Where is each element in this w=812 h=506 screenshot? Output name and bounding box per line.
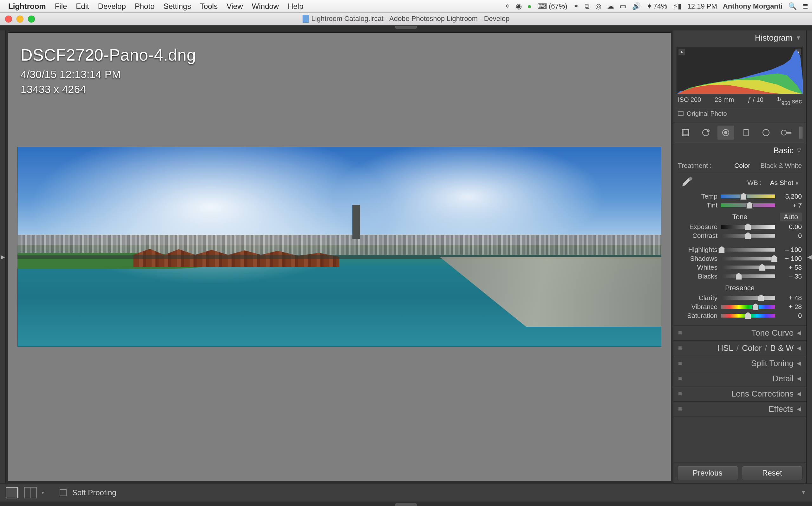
menu-tools[interactable]: Tools <box>200 2 217 11</box>
highlights-slider[interactable] <box>721 248 775 252</box>
status-dot-icon[interactable]: ● <box>528 2 532 10</box>
spot-removal-tool-button[interactable] <box>698 125 714 140</box>
minimize-window-button[interactable] <box>16 15 23 22</box>
menu-edit[interactable]: Edit <box>76 2 89 11</box>
battery-icon[interactable]: ⚡︎▮ <box>673 2 682 10</box>
adjustment-brush-tool-button[interactable] <box>778 125 795 140</box>
highlights-value[interactable]: – 100 <box>779 246 802 253</box>
whites-value[interactable]: + 53 <box>779 264 802 271</box>
reset-button[interactable]: Reset <box>742 466 803 480</box>
cloud-icon[interactable]: ☁︎ <box>607 2 614 10</box>
volume-icon[interactable]: 🔊 <box>632 2 641 10</box>
split-toning-panel-header[interactable]: Split Toning◀ <box>673 356 806 371</box>
treatment-label: Treatment : <box>678 162 712 169</box>
vibrance-slider[interactable] <box>721 305 775 309</box>
tint-slider[interactable] <box>721 203 775 207</box>
white-balance-eyedropper-button[interactable] <box>678 175 694 190</box>
mac-menu-bar[interactable]: Lightroom File Edit Develop Photo Settin… <box>0 0 812 13</box>
menu-develop[interactable]: Develop <box>98 2 126 11</box>
saturation-label: Saturation <box>678 312 717 320</box>
auto-tone-button[interactable]: Auto <box>780 213 802 222</box>
exposure-value[interactable]: 0.00 <box>779 223 802 231</box>
detail-panel-header[interactable]: Detail◀ <box>673 371 806 387</box>
whites-slider[interactable] <box>721 265 775 269</box>
crossed-tools-icon[interactable]: ✶ <box>573 2 579 10</box>
menu-view[interactable]: View <box>227 2 243 11</box>
treatment-bw[interactable]: Black & White <box>760 162 802 169</box>
radial-filter-tool-button[interactable] <box>758 125 774 140</box>
exposure-slider[interactable] <box>721 225 775 229</box>
wifi-icon[interactable]: ✶ 74% <box>646 2 667 10</box>
shadows-value[interactable]: + 100 <box>779 255 802 262</box>
image-dimensions: 13433 x 4264 <box>21 83 196 95</box>
original-photo-icon <box>678 111 684 116</box>
menu-settings[interactable]: Settings <box>163 2 191 11</box>
disc-icon[interactable]: ◎ <box>595 2 601 10</box>
temp-slider[interactable] <box>721 194 775 198</box>
svg-point-1 <box>703 130 709 136</box>
zoom-window-button[interactable] <box>28 15 35 22</box>
histogram[interactable]: ▲ ▲ <box>676 47 803 94</box>
temp-value[interactable]: 5,200 <box>779 192 802 200</box>
crop-tool-button[interactable] <box>677 125 694 140</box>
panel-switch-icon[interactable] <box>679 392 682 395</box>
user-name[interactable]: Anthony Morganti <box>723 2 783 10</box>
basic-panel-header[interactable]: Basic▽ <box>673 143 806 158</box>
top-panel-handle[interactable] <box>0 25 812 30</box>
saturation-value[interactable]: 0 <box>779 312 802 320</box>
toolbar-options-caret-icon[interactable]: ▼ <box>801 489 806 496</box>
redeye-tool-button[interactable] <box>717 125 734 140</box>
creative-cloud-icon[interactable]: ◉ <box>516 2 522 10</box>
close-window-button[interactable] <box>5 15 12 22</box>
saturation-slider[interactable] <box>721 314 775 318</box>
keyboard-batt-icon[interactable]: ⌨ (67%) <box>537 2 567 10</box>
histogram-header[interactable]: Histogram▼ <box>673 30 806 46</box>
tone-curve-panel-header[interactable]: Tone Curve◀ <box>673 326 806 341</box>
original-photo-row[interactable]: Original Photo <box>676 108 803 120</box>
shadows-slider[interactable] <box>721 257 775 260</box>
left-panel-toggle[interactable]: ▶ <box>0 30 6 483</box>
image-canvas[interactable]: DSCF2720-Pano-4.dng 4/30/15 12:13:14 PM … <box>8 32 671 481</box>
dropbox-icon[interactable]: ✧ <box>504 2 510 10</box>
menu-window[interactable]: Window <box>252 2 279 11</box>
hsl-panel-header[interactable]: HSL/Color/B & W ◀ <box>673 341 806 356</box>
loupe-view-button[interactable] <box>6 487 18 498</box>
menu-photo[interactable]: Photo <box>135 2 155 11</box>
panel-switch-icon[interactable] <box>679 377 682 380</box>
menu-help[interactable]: Help <box>288 2 303 11</box>
contrast-slider[interactable] <box>721 234 775 238</box>
wb-preset-select[interactable]: As Shot▴▾ <box>766 178 802 187</box>
tint-value[interactable]: + 7 <box>779 201 802 209</box>
before-after-button[interactable] <box>24 487 37 498</box>
clarity-value[interactable]: + 48 <box>779 294 802 302</box>
blacks-slider[interactable] <box>721 274 775 278</box>
notification-center-icon[interactable]: ≣ <box>803 2 808 10</box>
lens-corrections-panel-header[interactable]: Lens Corrections◀ <box>673 387 806 402</box>
clock[interactable]: 12:19 PM <box>687 2 717 10</box>
panel-switch-icon[interactable] <box>679 346 682 350</box>
graduated-filter-tool-button[interactable] <box>738 125 754 140</box>
airplay-icon[interactable]: ▭ <box>620 2 626 10</box>
menu-file[interactable]: File <box>55 2 67 11</box>
chevron-down-icon: ▼ <box>796 34 801 41</box>
right-panel-toggle[interactable]: ◀ <box>806 30 812 483</box>
blacks-value[interactable]: – 35 <box>779 272 802 280</box>
shadows-label: Shadows <box>678 255 717 262</box>
window-titlebar[interactable]: Lightroom Catalog.lrcat - Adobe Photosho… <box>0 13 812 25</box>
clarity-slider[interactable] <box>721 296 775 300</box>
filmstrip-handle[interactable] <box>0 502 812 506</box>
panel-switch-icon[interactable] <box>679 331 682 334</box>
previous-button[interactable]: Previous <box>677 466 738 480</box>
treatment-color[interactable]: Color <box>734 162 750 169</box>
tint-label: Tint <box>678 201 717 209</box>
display-mirror-icon[interactable]: ⧉ <box>584 2 590 10</box>
soft-proofing-checkbox[interactable] <box>60 489 67 496</box>
contrast-value[interactable]: 0 <box>779 232 802 240</box>
panel-switch-icon[interactable] <box>679 407 682 411</box>
effects-panel-header[interactable]: Effects◀ <box>673 402 806 417</box>
vibrance-value[interactable]: + 28 <box>779 303 802 311</box>
spotlight-icon[interactable]: 🔍 <box>788 2 797 10</box>
panel-switch-icon[interactable] <box>679 362 682 365</box>
app-menu[interactable]: Lightroom <box>8 2 46 11</box>
before-after-menu-caret-icon[interactable]: ▼ <box>40 490 45 495</box>
